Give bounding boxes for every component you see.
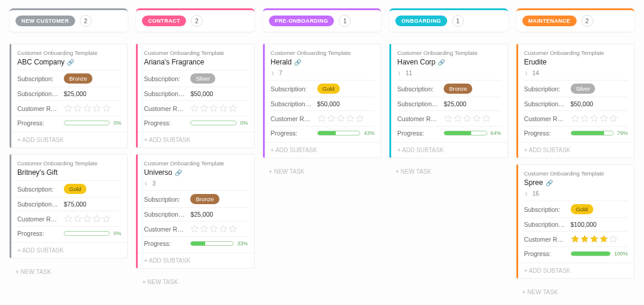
customer-rating-stars[interactable] [64,214,111,223]
subscription-tier-badge: Gold [64,184,86,194]
progress-percent: 64% [491,130,501,136]
customer-rating-stars[interactable] [64,104,111,113]
column-header[interactable]: MAINTENANCE 2 [516,8,634,32]
add-subtask-button[interactable]: + ADD SUBTASK [391,142,507,158]
field-label-subscription: Subscription: [524,85,567,93]
kanban-column-contract: CONTRACT 2 Customer Onboarding Template … [136,8,254,300]
customer-rating-stars[interactable] [190,104,237,113]
new-task-button[interactable]: + NEW TASK [516,285,634,300]
column-header[interactable]: CONTRACT 2 [136,8,254,32]
field-label-amount: Subscription… [144,90,187,97]
customer-rating-stars[interactable] [317,114,364,123]
progress-percent: 43% [364,130,374,136]
column-header[interactable]: NEW CUSTOMER 2 [10,8,128,32]
subscription-amount: $25,000 [64,90,121,97]
progress-bar [190,241,233,246]
column-header[interactable]: ONBOARDING 1 [389,8,507,32]
template-label: Customer Onboarding Template [524,170,628,177]
attachment-icon: 🔗 [175,170,182,176]
add-subtask-button[interactable]: + ADD SUBTASK [138,252,253,268]
add-subtask-button[interactable]: + ADD SUBTASK [265,142,380,158]
new-task-button[interactable]: + NEW TASK [136,275,254,289]
progress-percent: 100% [614,251,628,257]
kanban-column-pre_onboarding: PRE-ONBOARDING 1 Customer Onboarding Tem… [263,8,381,300]
template-label: Customer Onboarding Template [524,50,628,56]
add-subtask-button[interactable]: + ADD SUBTASK [518,142,634,158]
subtask-count: 14 [524,70,628,76]
card-title: Universo🔗 [144,168,247,177]
customer-rating-stars[interactable] [571,235,618,244]
subscription-amount: $100,000 [571,221,628,228]
field-label-progress: Progress: [397,130,440,137]
field-label-subscription: Subscription: [144,75,187,82]
field-label-subscription: Subscription: [524,206,567,213]
card-title: Ariana's Fragrance [144,58,247,66]
field-label-progress: Progress: [17,119,60,127]
subscription-amount: $75,000 [64,201,121,208]
customer-rating-stars[interactable] [190,224,237,233]
progress-bar [64,121,110,125]
progress-percent: 33% [237,241,248,247]
field-label-rating: Customer R… [524,115,567,122]
progress-percent: 79% [617,130,628,136]
template-label: Customer Onboarding Template [144,160,247,167]
field-label-progress: Progress: [524,130,567,137]
subscription-amount: $50,000 [571,100,628,107]
subtask-count: 16 [524,190,628,197]
customer-rating-stars[interactable] [571,114,618,123]
column-header[interactable]: PRE-ONBOARDING 1 [263,8,381,32]
task-card[interactable]: Customer Onboarding Template Haven Corp🔗… [389,44,507,158]
field-label-amount: Subscription… [271,100,314,107]
field-label-rating: Customer R… [524,236,567,243]
progress-bar [190,121,236,125]
card-title: Erudite [524,58,628,66]
column-count: 2 [191,15,203,27]
task-card[interactable]: Customer Onboarding Template ABC Company… [10,44,128,148]
progress-bar [444,131,487,135]
task-card[interactable]: Customer Onboarding Template Spree🔗 16 S… [516,164,634,279]
column-title: MAINTENANCE [522,16,577,26]
task-card[interactable]: Customer Onboarding Template Ariana's Fr… [136,44,254,148]
add-subtask-button[interactable]: + ADD SUBTASK [11,242,127,258]
field-label-rating: Customer R… [271,115,314,122]
subscription-tier-badge: Bronze [444,84,472,94]
field-label-subscription: Subscription: [17,75,60,82]
field-label-amount: Subscription… [17,90,60,97]
customer-rating-stars[interactable] [444,114,491,123]
column-title: CONTRACT [142,16,186,26]
task-card[interactable]: Customer Onboarding Template Herald🔗 7 S… [263,44,381,158]
column-count: 2 [80,15,92,27]
task-card[interactable]: Customer Onboarding Template Universo🔗 3… [136,154,254,269]
column-title: ONBOARDING [395,16,447,26]
new-task-button[interactable]: + NEW TASK [389,164,507,179]
add-subtask-button[interactable]: + ADD SUBTASK [11,132,127,147]
card-title: Haven Corp🔗 [397,58,501,66]
field-label-progress: Progress: [144,240,187,247]
progress-percent: 0% [113,230,121,236]
subscription-tier-badge: Silver [571,84,596,94]
progress-bar [571,131,614,135]
field-label-subscription: Subscription: [397,85,440,93]
subtask-count: 3 [144,180,247,187]
field-label-subscription: Subscription: [17,186,60,193]
template-label: Customer Onboarding Template [271,50,374,56]
attachment-icon: 🔗 [67,59,74,66]
field-label-rating: Customer R… [17,105,60,112]
task-card[interactable]: Customer Onboarding Template Britney's G… [10,154,128,258]
field-label-subscription: Subscription: [144,196,187,203]
column-count: 1 [339,15,351,27]
field-label-rating: Customer R… [17,215,60,223]
kanban-column-onboarding: ONBOARDING 1 Customer Onboarding Templat… [389,8,507,300]
template-label: Customer Onboarding Template [144,50,247,56]
new-task-button[interactable]: + NEW TASK [10,264,128,279]
task-card[interactable]: Customer Onboarding Template Erudite 14 … [516,44,634,158]
add-subtask-button[interactable]: + ADD SUBTASK [138,132,253,147]
column-count: 2 [581,15,593,27]
new-task-button[interactable]: + NEW TASK [263,164,381,179]
field-label-subscription: Subscription: [271,85,314,93]
field-label-progress: Progress: [524,250,567,257]
progress-percent: 0% [240,120,248,126]
add-subtask-button[interactable]: + ADD SUBTASK [518,263,634,278]
subtask-count: 11 [397,70,501,76]
subscription-tier-badge: Silver [190,73,215,84]
